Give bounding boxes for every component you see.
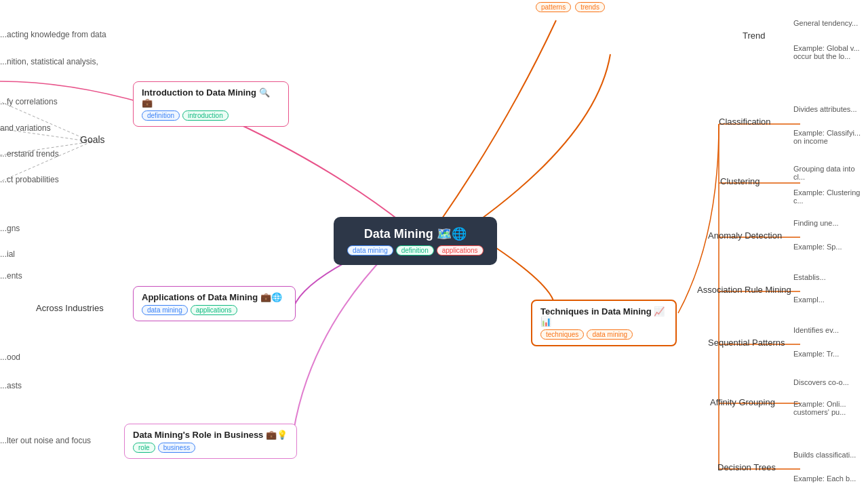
across-industries-label: Across Industries <box>36 303 104 313</box>
seq-desc1: Identifies ev... <box>793 326 839 334</box>
anomaly-desc1: Finding une... <box>793 219 839 227</box>
introduction-node[interactable]: Introduction to Data Mining 🔍💼 definitio… <box>133 81 289 127</box>
tag-biz-role: role <box>133 443 155 453</box>
applications-node[interactable]: Applications of Data Mining 💼🌐 data mini… <box>133 286 296 321</box>
left-trends: ...erstand trends <box>0 149 59 159</box>
left-across-top2: ...ial <box>0 249 15 259</box>
tag-tech-techniques: techniques <box>540 329 584 340</box>
left-forecasts: ...asts <box>0 381 22 390</box>
tag-intro-intro: introduction <box>182 110 229 121</box>
tag-intro-def: definition <box>142 110 180 121</box>
goals-label: Goals <box>80 134 105 145</box>
decision-desc1: Builds classificati... <box>793 451 856 459</box>
anomaly-label: Anomaly Detection <box>708 230 782 241</box>
left-food: ...ood <box>0 352 20 362</box>
trend-desc1: General tendency... <box>793 19 858 27</box>
tag-trends: trends <box>575 2 605 12</box>
left-across-top3: ...ents <box>0 271 22 281</box>
decision-desc2: Example: Each b... <box>793 474 856 483</box>
class-desc2: Example: Classifyi... on income <box>793 129 868 145</box>
affinity-desc1: Discovers co-o... <box>793 378 849 386</box>
center-title: Data Mining 🗺️🌐 <box>347 226 484 241</box>
association-label: Association Rule Mining <box>697 285 791 295</box>
cluster-desc2: Example: Clustering c... <box>793 188 868 205</box>
applications-title: Applications of Data Mining 💼🌐 <box>142 292 287 302</box>
tag-app-dm: data mining <box>142 305 188 315</box>
left-extracting: ...acting knowledge from data <box>0 30 106 39</box>
left-across-top1: ...gns <box>0 224 20 233</box>
business-tags: role business <box>133 443 288 453</box>
business-node[interactable]: Data Mining's Role in Business 💼💡 role b… <box>124 424 297 459</box>
cluster-desc1: Grouping data into cl... <box>793 165 868 181</box>
introduction-tags: definition introduction <box>142 110 280 121</box>
anomaly-desc2: Example: Sp... <box>793 243 842 251</box>
techniques-title: Techniques in Data Mining 📈📊 <box>540 306 667 327</box>
assoc-desc1: Establis... <box>793 273 826 281</box>
classification-label: Classification <box>719 117 771 127</box>
tag-biz-biz: business <box>158 443 195 453</box>
tag-applications: applications <box>437 245 484 256</box>
center-tags: data mining definition applications <box>347 245 484 256</box>
decision-label: Decision Trees <box>717 462 776 472</box>
top-tags-area: patterns trends <box>536 2 605 12</box>
techniques-node[interactable]: Techniques in Data Mining 📈📊 techniques … <box>531 300 677 346</box>
left-variations: and variations <box>0 123 51 133</box>
tag-data-mining: data mining <box>347 245 393 256</box>
seq-desc2: Example: Tr... <box>793 350 839 358</box>
left-correlations: ...fy correlations <box>0 97 58 106</box>
tag-patterns: patterns <box>536 2 571 12</box>
tag-tech-dm: data mining <box>587 329 633 340</box>
techniques-tags: techniques data mining <box>540 329 667 340</box>
trend-desc2: Example: Global v... occur but the lo... <box>793 44 868 60</box>
tag-definition: definition <box>396 245 434 256</box>
left-filter: ...lter out noise and focus <box>0 436 91 445</box>
introduction-title: Introduction to Data Mining 🔍💼 <box>142 87 280 108</box>
assoc-desc2: Exampl... <box>793 296 825 304</box>
clustering-label: Clustering <box>720 176 760 186</box>
left-probabilities: ...ct probabilities <box>0 175 59 184</box>
class-desc1: Divides attributes... <box>793 105 857 113</box>
center-node: Data Mining 🗺️🌐 data mining definition a… <box>334 217 497 265</box>
sequential-label: Sequential Patterns <box>708 338 785 348</box>
affinity-desc2: Example: Onli... customers' pu... <box>793 400 868 416</box>
tag-app-apps: applications <box>191 305 237 315</box>
applications-tags: data mining applications <box>142 305 287 315</box>
svg-line-1 <box>0 102 92 142</box>
trend-label: Trend <box>743 30 765 41</box>
affinity-label: Affinity Grouping <box>710 397 775 407</box>
left-statistical: ...nition, statistical analysis, <box>0 57 98 66</box>
business-title: Data Mining's Role in Business 💼💡 <box>133 430 288 440</box>
